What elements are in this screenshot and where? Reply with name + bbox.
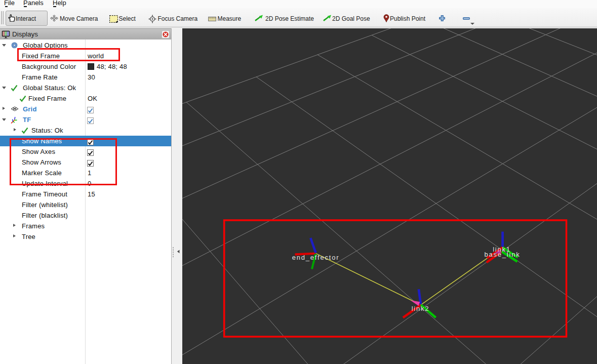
svg-text:end_effector: end_effector xyxy=(292,254,340,261)
svg-text:link2: link2 xyxy=(412,305,430,312)
svg-text:base_link: base_link xyxy=(484,251,520,258)
